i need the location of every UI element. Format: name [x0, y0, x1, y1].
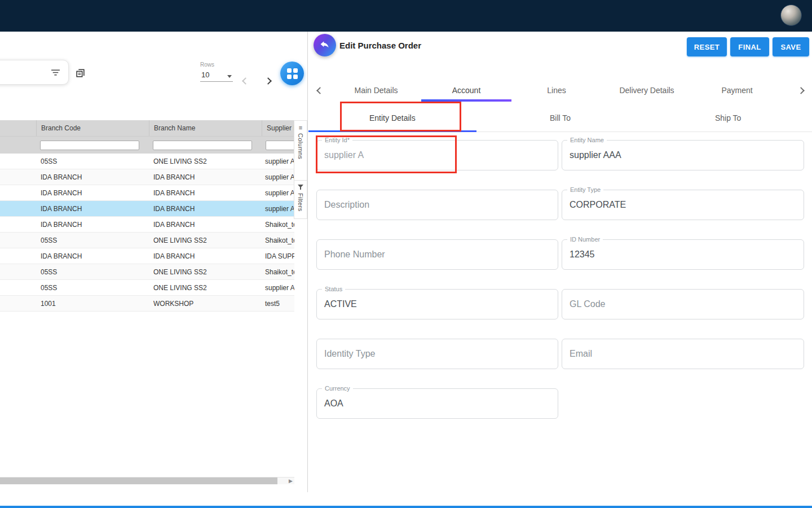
id-number-field[interactable]: ID Number 12345	[562, 239, 804, 270]
filter-list-icon	[51, 68, 60, 77]
copy-icon	[75, 68, 86, 78]
table-row[interactable]: IDA BRANCH IDA BRANCH IDA SUPP	[0, 248, 294, 264]
currency-field[interactable]: Currency AOA	[316, 388, 558, 419]
cell-branch-name: IDA BRANCH	[149, 252, 262, 260]
status-value: ACTIVE	[324, 290, 357, 319]
table-row[interactable]: IDA BRANCH IDA BRANCH supplier A	[0, 185, 294, 201]
phone-number-field[interactable]: Phone Number	[316, 239, 558, 270]
form-spacer	[562, 388, 804, 419]
columns-toggle-label: Columns	[297, 133, 304, 159]
table-row[interactable]: 1001 WORKSHOP test5	[0, 296, 294, 312]
table-search-box[interactable]	[0, 60, 69, 85]
tabs-scroll-left-button[interactable]	[308, 88, 331, 93]
tab-account[interactable]: Account	[421, 86, 511, 95]
cell-branch-name: IDA BRANCH	[149, 189, 262, 197]
cell-branch-code: 05SS	[36, 237, 149, 244]
branch-code-filter-input[interactable]	[40, 141, 139, 150]
tab-delivery-details[interactable]: Delivery Details	[602, 86, 692, 95]
tab-lines[interactable]: Lines	[511, 86, 602, 95]
next-page-button[interactable]	[261, 74, 275, 87]
save-button[interactable]: SAVE	[773, 37, 809, 56]
header-branch-code[interactable]: Branch Code	[36, 120, 149, 136]
hamburger-icon: ≡	[299, 125, 302, 130]
cell-supplier: test5	[262, 300, 294, 308]
header-supplier[interactable]: Supplier B	[262, 120, 294, 136]
dropdown-caret-icon	[227, 75, 232, 78]
branches-table: Branch Code Branch Name Supplier B 05SS …	[0, 120, 294, 312]
columns-toggle[interactable]: ≡ Columns	[294, 120, 307, 181]
cell-branch-name: IDA BRANCH	[149, 173, 262, 181]
table-row[interactable]: 05SS ONE LIVING SS2 Shaikot_te	[0, 233, 294, 248]
entity-name-field[interactable]: Entity Name supplier AAA	[562, 140, 804, 170]
reset-button[interactable]: RESET	[687, 37, 727, 56]
active-tab-indicator	[421, 99, 511, 102]
description-placeholder: Description	[324, 190, 369, 220]
status-field[interactable]: Status ACTIVE	[316, 289, 558, 319]
scrollbar-arrow-right-icon[interactable]: ▶	[289, 478, 293, 484]
cell-supplier: Shaikot_te	[262, 237, 294, 244]
main-tabs: Main Details Account Lines Delivery Deta…	[308, 79, 812, 102]
cell-supplier: Shaikot_te	[262, 268, 294, 276]
table-row[interactable]: IDA BRANCH IDA BRANCH supplier A	[0, 169, 294, 185]
entity-type-field[interactable]: Entity Type CORPORATE	[562, 190, 804, 220]
cell-branch-name: IDA BRANCH	[149, 205, 262, 213]
cell-branch-code: IDA BRANCH	[36, 252, 149, 260]
final-button[interactable]: FINAL	[730, 37, 769, 56]
entity-id-field[interactable]: Entity Id* supplier A	[316, 140, 558, 170]
cell-branch-code: 05SS	[36, 157, 149, 165]
scrollbar-thumb[interactable]	[0, 478, 277, 484]
apps-grid-icon	[287, 68, 298, 79]
tabs-scroll-right-button[interactable]	[789, 88, 812, 93]
suppliers-list-panel: Rows 10 Branch Code Branch Name Supplier…	[0, 32, 308, 492]
subtab-bill-to[interactable]: Bill To	[476, 104, 645, 132]
table-row[interactable]: IDA BRANCH IDA BRANCH Shaikot_te	[0, 217, 294, 233]
id-number-value: 12345	[570, 240, 595, 269]
header-branch-name[interactable]: Branch Name	[149, 120, 262, 136]
page-title: Edit Purchase Order	[339, 41, 421, 50]
user-avatar[interactable]	[780, 5, 802, 26]
cell-branch-code: IDA BRANCH	[36, 205, 149, 213]
subtab-entity-details[interactable]: Entity Details	[308, 104, 476, 132]
table-side-strip: ≡ Columns Filters	[294, 120, 307, 219]
bottom-scrollbar-accent	[0, 506, 812, 508]
cell-supplier: supplier A	[262, 157, 294, 165]
identity-type-field[interactable]: Identity Type	[316, 339, 558, 369]
tab-payment[interactable]: Payment	[692, 86, 782, 95]
rows-per-page-select[interactable]: 10	[200, 71, 233, 82]
subtab-ship-to[interactable]: Ship To	[644, 104, 812, 132]
app-root: Rows 10 Branch Code Branch Name Supplier…	[0, 0, 812, 508]
chevron-left-icon	[316, 87, 324, 94]
table-row[interactable]: 05SS ONE LIVING SS2 supplier A	[0, 280, 294, 296]
table-header-row: Branch Code Branch Name Supplier B	[0, 120, 294, 136]
cell-branch-code: IDA BRANCH	[36, 189, 149, 197]
gl-code-field[interactable]: GL Code	[562, 289, 804, 319]
table-row[interactable]: 05SS ONE LIVING SS2 supplier A	[0, 154, 294, 169]
table-filter-row	[0, 136, 294, 154]
email-field[interactable]: Email	[562, 339, 804, 369]
previous-page-button[interactable]	[239, 74, 252, 87]
table-row-selected[interactable]: IDA BRANCH IDA BRANCH supplier A	[0, 201, 294, 217]
back-button[interactable]	[314, 34, 336, 56]
filters-toggle-label: Filters	[297, 193, 304, 212]
branch-name-filter-input[interactable]	[153, 141, 252, 150]
tab-main-details[interactable]: Main Details	[331, 86, 421, 95]
back-arrow-icon	[319, 40, 330, 51]
entity-type-value: CORPORATE	[570, 190, 626, 220]
entity-name-value: supplier AAA	[570, 141, 621, 170]
cell-supplier: supplier A	[262, 189, 294, 197]
horizontal-scrollbar[interactable]: ▶	[0, 477, 294, 484]
filters-toggle[interactable]: Filters	[294, 181, 307, 219]
cell-branch-name: IDA BRANCH	[149, 221, 262, 229]
supplier-filter-input[interactable]	[266, 141, 294, 150]
cell-branch-name: ONE LIVING SS2	[149, 157, 262, 165]
table-row[interactable]: 05SS ONE LIVING SS2 Shaikot_te	[0, 264, 294, 280]
edit-purchase-order-panel: Edit Purchase Order RESET FINAL SAVE Mai…	[308, 32, 812, 492]
rows-label: Rows	[200, 62, 233, 68]
entity-details-form: Entity Id* supplier A Entity Name suppli…	[316, 140, 805, 419]
cell-branch-name: ONE LIVING SS2	[149, 284, 262, 292]
cell-branch-name: WORKSHOP	[149, 300, 262, 308]
description-field[interactable]: Description	[316, 190, 558, 220]
email-placeholder: Email	[570, 339, 592, 369]
grid-view-button[interactable]	[280, 62, 304, 85]
copy-button[interactable]	[73, 66, 87, 80]
